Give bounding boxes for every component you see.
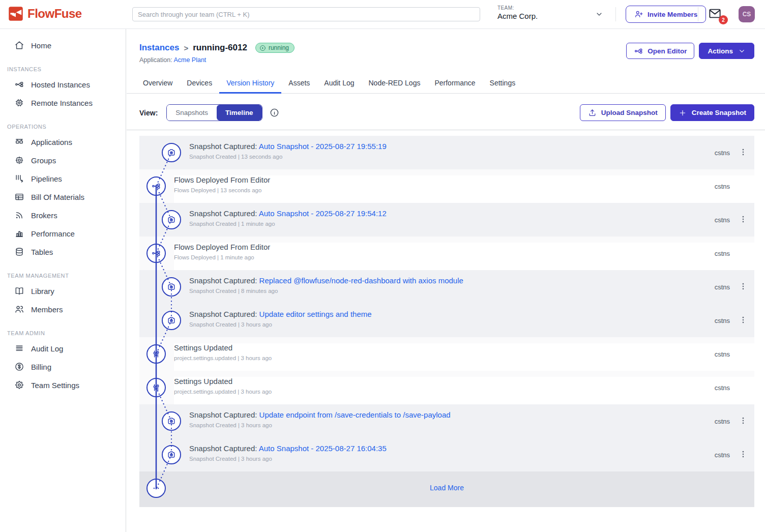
tab-performance[interactable]: Performance bbox=[427, 74, 482, 94]
sidebar-item-label: Pipelines bbox=[31, 174, 62, 183]
sidebar-item-hosted-instances[interactable]: Hosted Instances bbox=[0, 75, 126, 94]
event-title-text: Settings Updated bbox=[174, 343, 232, 352]
event-title: Flows Deployed From Editor bbox=[174, 243, 754, 251]
row-menu-button[interactable] bbox=[738, 315, 748, 326]
event-title-prefix: Snapshot Captured: bbox=[189, 209, 259, 218]
camera-icon bbox=[162, 311, 181, 330]
sidebar-item-audit-log[interactable]: Audit Log bbox=[0, 339, 126, 358]
sidebar-section-label: OPERATIONS bbox=[7, 124, 126, 130]
kebab-icon bbox=[739, 282, 748, 291]
tab-version-history[interactable]: Version History bbox=[219, 74, 281, 94]
event-user: cstns bbox=[715, 183, 730, 190]
event-title-text: Flows Deployed From Editor bbox=[174, 243, 270, 251]
timeline: Snapshot Captured: Auto Snapshot - 2025-… bbox=[139, 136, 754, 507]
flows-deployed-icon bbox=[146, 244, 166, 263]
actions-label: Actions bbox=[708, 47, 733, 55]
team-switcher[interactable]: TEAM: Acme Corp. bbox=[497, 4, 607, 25]
upload-snapshot-button[interactable]: Upload Snapshot bbox=[580, 104, 666, 121]
tab-node-red-logs[interactable]: Node-RED Logs bbox=[362, 74, 428, 94]
tab-settings[interactable]: Settings bbox=[483, 74, 523, 94]
chevron-down-icon bbox=[738, 47, 746, 55]
sidebar-item-performance[interactable]: Performance bbox=[0, 224, 126, 243]
row-menu-button[interactable] bbox=[738, 416, 748, 427]
tab-audit-log[interactable]: Audit Log bbox=[317, 74, 361, 94]
sidebar-item-label: Audit Log bbox=[31, 344, 63, 353]
sidebar-item-remote-instances[interactable]: Remote Instances bbox=[0, 94, 126, 112]
snapshot-link[interactable]: Auto Snapshot - 2025-08-27 19:55:19 bbox=[259, 142, 387, 151]
application-label: Application: bbox=[139, 56, 172, 64]
event-user: cstns bbox=[715, 216, 730, 224]
view-toggle: SnapshotsTimeline bbox=[166, 104, 262, 121]
header-divider bbox=[698, 7, 698, 21]
sidebar-item-bill-of-materials[interactable]: Bill Of Materials bbox=[0, 188, 126, 206]
tab-assets[interactable]: Assets bbox=[281, 74, 317, 94]
sidebar-item-library[interactable]: Library bbox=[0, 282, 126, 300]
toggle-timeline[interactable]: Timeline bbox=[217, 105, 262, 121]
sidebar-item-applications[interactable]: Applications bbox=[0, 133, 126, 151]
event-title-text: Settings Updated bbox=[174, 377, 232, 386]
event-title-prefix: Snapshot Captured: bbox=[189, 410, 259, 419]
avatar[interactable]: CS bbox=[739, 6, 755, 22]
sidebar-item-pipelines[interactable]: Pipelines bbox=[0, 169, 126, 188]
brokers-icon bbox=[14, 210, 24, 220]
snapshot-link[interactable]: Update endpoint from /save-credentials t… bbox=[259, 410, 451, 419]
event-meta: Flows Deployed | 1 minute ago bbox=[174, 254, 754, 260]
actions-button[interactable]: Actions bbox=[699, 43, 754, 59]
invite-members-button[interactable]: Invite Members bbox=[626, 6, 706, 23]
event-title: Flows Deployed From Editor bbox=[174, 175, 754, 184]
kebab-icon bbox=[739, 147, 748, 157]
breadcrumb-separator: > bbox=[184, 44, 188, 52]
load-more-link[interactable]: Load More bbox=[139, 484, 754, 492]
sidebar-item-members[interactable]: Members bbox=[0, 300, 126, 318]
pipelines-icon bbox=[14, 173, 24, 184]
application-link[interactable]: Acme Plant bbox=[173, 56, 206, 64]
team-label: TEAM: bbox=[497, 5, 607, 11]
settings-sliders-icon bbox=[146, 378, 166, 397]
row-menu-button[interactable] bbox=[738, 147, 748, 158]
sidebar-item-brokers[interactable]: Brokers bbox=[0, 206, 126, 224]
info-icon[interactable] bbox=[270, 108, 279, 117]
tab-bar: OverviewDevicesVersion HistoryAssetsAudi… bbox=[127, 74, 765, 94]
event-user: cstns bbox=[715, 250, 730, 257]
tab-devices[interactable]: Devices bbox=[180, 74, 219, 94]
snapshot-link[interactable]: Auto Snapshot - 2025-08-27 16:04:35 bbox=[259, 444, 387, 453]
search-input[interactable] bbox=[132, 7, 480, 21]
timeline-row: Flows Deployed From EditorFlows Deployed… bbox=[139, 169, 754, 203]
sidebar-item-label: Hosted Instances bbox=[31, 80, 90, 89]
sidebar-section-label: INSTANCES bbox=[7, 66, 126, 72]
snapshot-link[interactable]: Update editor settings and theme bbox=[259, 310, 372, 318]
notifications-button[interactable]: 2 bbox=[708, 7, 723, 22]
sidebar-item-home[interactable]: Home bbox=[0, 36, 126, 54]
person-plus-icon bbox=[634, 10, 643, 19]
applications-icon bbox=[14, 137, 24, 147]
sidebar-item-tables[interactable]: Tables bbox=[0, 243, 126, 261]
camera-icon bbox=[162, 210, 181, 229]
timeline-row: Snapshot Captured: Auto Snapshot - 2025-… bbox=[139, 136, 754, 169]
toolbar-divider bbox=[127, 130, 765, 130]
page-head: Instances > running-6012 running Open Ed… bbox=[127, 29, 765, 64]
flowfuse-logo[interactable]: FlowFuse bbox=[8, 6, 82, 21]
sidebar-item-groups[interactable]: Groups bbox=[0, 151, 126, 169]
open-editor-button[interactable]: Open Editor bbox=[626, 43, 694, 59]
camera-icon bbox=[162, 445, 181, 464]
sidebar-item-team-settings[interactable]: Team Settings bbox=[0, 376, 126, 394]
billing-icon bbox=[14, 362, 24, 372]
event-title: Snapshot Captured: Update editor setting… bbox=[189, 310, 372, 318]
status-badge: running bbox=[255, 43, 295, 53]
event-meta: Snapshot Created | 3 hours ago bbox=[189, 422, 451, 428]
sidebar-item-label: Performance bbox=[31, 229, 75, 238]
breadcrumb-instances-link[interactable]: Instances bbox=[139, 43, 179, 53]
row-menu-button[interactable] bbox=[738, 214, 748, 225]
tab-overview[interactable]: Overview bbox=[136, 74, 180, 94]
event-meta: Snapshot Created | 1 minute ago bbox=[189, 221, 387, 227]
snapshot-link[interactable]: Replaced @flowfuse/node-red-dashboard wi… bbox=[259, 276, 463, 285]
toggle-snapshots[interactable]: Snapshots bbox=[167, 105, 217, 121]
sidebar-item-billing[interactable]: Billing bbox=[0, 358, 126, 376]
settings-sliders-icon bbox=[146, 344, 166, 364]
snapshot-link[interactable]: Auto Snapshot - 2025-08-27 19:54:12 bbox=[259, 209, 387, 218]
timeline-row: Snapshot Captured: Auto Snapshot - 2025-… bbox=[139, 203, 754, 237]
create-snapshot-button[interactable]: Create Snapshot bbox=[670, 104, 754, 121]
row-menu-button[interactable] bbox=[738, 281, 748, 292]
row-menu-button[interactable] bbox=[738, 449, 748, 460]
view-label: View: bbox=[139, 109, 158, 117]
